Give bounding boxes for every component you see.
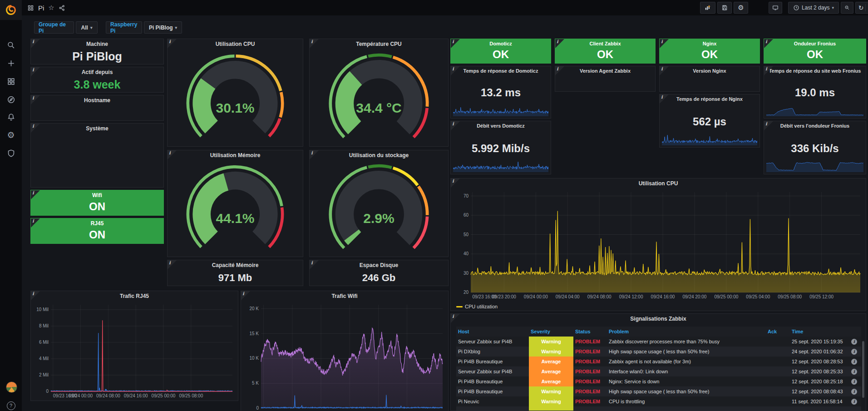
panel-info-icon[interactable]: i — [31, 39, 40, 48]
table-column-header[interactable]: Ack — [766, 327, 790, 337]
panel-info-icon[interactable]: i — [168, 39, 177, 48]
dashboard-grid-icon[interactable] — [27, 5, 34, 11]
panel-title[interactable]: Débit vers l'onduleur Fronius — [764, 123, 866, 129]
server-admin-shield-icon[interactable] — [0, 145, 22, 161]
trafic-wifi-chart[interactable]: 05 K10 K15 K20 K — [243, 301, 446, 411]
panel-title[interactable]: Trafic Wifi — [241, 293, 448, 299]
row-info-icon[interactable]: i — [851, 389, 857, 395]
explore-compass-icon[interactable] — [0, 92, 22, 107]
table-row[interactable]: Serveur Zabbix sur Pi4BWarningPROBLEMZab… — [456, 337, 861, 347]
panel-info-icon[interactable]: i — [310, 260, 319, 269]
panel-info-icon[interactable]: i — [168, 260, 177, 269]
panel-title[interactable]: Machine — [31, 41, 163, 47]
share-icon[interactable] — [59, 5, 65, 11]
panel-title[interactable]: Trafic RJ45 — [31, 293, 238, 299]
panel-info-icon[interactable]: i — [31, 218, 40, 228]
panel-title[interactable]: Hostname — [31, 97, 163, 104]
panel-info-icon[interactable]: i — [555, 39, 564, 48]
refresh-button-group[interactable]: ↻ 1m ▾ — [855, 2, 868, 14]
table-row[interactable]: Pi NeuvicWarningPROBLEMCPU is throttling… — [456, 396, 861, 406]
table-row-partial[interactable] — [456, 406, 861, 411]
dashboard-settings-button[interactable]: ⚙ — [734, 2, 748, 14]
panel-title[interactable]: Signalisations Zabbix — [451, 316, 866, 322]
panel-info-icon[interactable]: i — [31, 95, 40, 104]
panel-info-icon[interactable]: i — [764, 39, 773, 48]
panel-info-icon[interactable]: i — [555, 66, 564, 75]
panel-title[interactable]: Capacité Mémoire — [168, 262, 303, 268]
time-range-picker[interactable]: Last 2 days ▾ — [788, 2, 839, 14]
panel-info-icon[interactable]: i — [451, 66, 460, 75]
panel-info-icon[interactable]: i — [764, 121, 773, 130]
panel-info-icon[interactable]: i — [451, 121, 460, 130]
save-dashboard-button[interactable] — [717, 2, 732, 14]
dashboards-icon[interactable] — [0, 74, 22, 89]
panel-info-icon[interactable]: i — [168, 150, 177, 159]
panel-title[interactable]: Utilisation du stockage — [310, 152, 448, 158]
panel-info-icon[interactable]: i — [310, 150, 319, 159]
panel-title[interactable]: Température CPU — [310, 41, 448, 47]
zoom-out-button[interactable] — [841, 2, 853, 14]
panel-title[interactable]: Version Agent Zabbix — [555, 68, 655, 74]
panel-info-icon[interactable]: i — [310, 39, 319, 48]
cpu-utilization-chart[interactable]: 20304050607009/23 16:0009/23 20:0009/24 … — [453, 188, 864, 301]
variable-value-group[interactable]: All▾ — [76, 21, 98, 34]
panel-title[interactable]: Temps de réponse de Nginx — [660, 96, 760, 102]
panel-title[interactable]: Espace Disque — [310, 262, 448, 268]
panel-info-icon[interactable]: i — [31, 291, 40, 300]
refresh-icon[interactable]: ↻ — [857, 4, 866, 11]
table-column-header[interactable] — [849, 327, 861, 337]
variable-value-host[interactable]: Pi PiBlog▾ — [144, 21, 182, 34]
row-info-icon[interactable]: i — [851, 349, 857, 355]
panel-title[interactable]: Nginx — [660, 41, 760, 46]
create-plus-icon[interactable] — [0, 55, 22, 71]
table-column-header[interactable]: Severity — [529, 327, 573, 337]
star-icon[interactable]: ☆ — [48, 4, 54, 12]
panel-title[interactable]: Utilisation Mémoire — [168, 152, 303, 158]
table-row[interactable]: Pi DXblogWarningPROBLEMHigh swap space u… — [456, 347, 861, 357]
table-row[interactable]: Serveur Zabbix sur Pi4BAveragePROBLEMInt… — [456, 366, 861, 376]
panel-title[interactable]: Système — [31, 125, 163, 132]
panel-title[interactable]: Client Zabbix — [555, 41, 655, 46]
search-icon[interactable] — [0, 37, 22, 53]
table-column-header[interactable]: Problem — [607, 327, 766, 337]
panel-info-icon[interactable]: i — [241, 291, 250, 300]
panel-title[interactable]: Version Nginx — [660, 68, 760, 74]
table-column-header[interactable]: Time — [790, 327, 849, 337]
tv-kiosk-button[interactable] — [769, 2, 782, 14]
chart-legend[interactable]: CPU utilization — [456, 304, 498, 309]
user-avatar[interactable] — [6, 381, 17, 393]
panel-info-icon[interactable]: i — [660, 94, 669, 104]
legend-label[interactable]: CPU utilization — [465, 304, 498, 309]
trafic-rj45-chart[interactable]: 02 Mil4 Mil6 Mil8 Mil10 Mil09/23 16:0009… — [33, 301, 236, 400]
alerting-bell-icon[interactable] — [0, 109, 22, 124]
row-info-icon[interactable]: i — [851, 339, 857, 345]
dashboard-title[interactable]: Pi — [38, 4, 44, 12]
variable-label-raspberry-pi[interactable]: Raspberry Pi — [106, 21, 142, 34]
table-row[interactable]: Pi Pi4B BureautiqueAveragePROBLEMNginx: … — [456, 376, 861, 386]
configuration-gear-icon[interactable]: ⚙ — [0, 127, 22, 143]
panel-title[interactable]: Wifi — [31, 192, 163, 198]
panel-title[interactable]: Domoticz — [451, 41, 551, 46]
panel-title[interactable]: Actif depuis — [31, 69, 163, 75]
row-info-icon[interactable]: i — [851, 369, 857, 375]
panel-title[interactable]: RJ45 — [31, 220, 163, 227]
help-icon[interactable]: ? — [0, 398, 22, 411]
panel-title[interactable]: Temps de réponse de Domoticz — [451, 68, 551, 74]
row-info-icon[interactable]: i — [851, 379, 857, 385]
panel-title[interactable]: Utilisation CPU — [451, 180, 866, 187]
grafana-logo[interactable] — [0, 0, 22, 20]
panel-title[interactable]: Onduleur Fronius — [764, 41, 866, 46]
panel-info-icon[interactable]: i — [764, 66, 773, 75]
variable-label-groupe-de-pi[interactable]: Groupe de Pi — [34, 21, 74, 34]
panel-info-icon[interactable]: i — [31, 190, 40, 199]
panel-info-icon[interactable]: i — [31, 67, 40, 76]
row-info-icon[interactable]: i — [851, 399, 857, 405]
panel-title[interactable]: Temps de réponse du site web Fronius — [764, 68, 866, 74]
add-panel-button[interactable] — [700, 2, 715, 14]
table-column-header[interactable]: Status — [573, 327, 607, 337]
panel-info-icon[interactable]: i — [451, 314, 460, 323]
panel-title[interactable]: Débit vers Domoticz — [451, 123, 551, 129]
table-scrollbar[interactable] — [862, 341, 864, 398]
panel-info-icon[interactable]: i — [660, 39, 669, 48]
table-column-header[interactable]: Host — [456, 327, 529, 337]
